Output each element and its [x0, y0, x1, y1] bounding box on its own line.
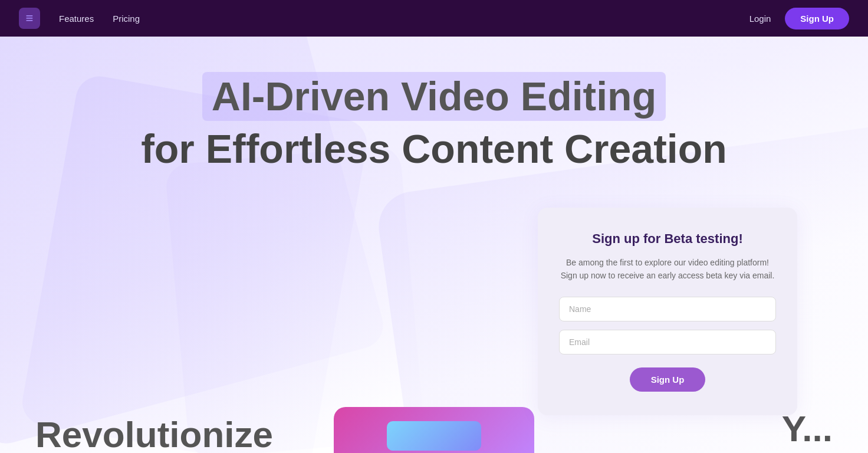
- bottom-preview: Revolutionize Y...: [0, 416, 868, 453]
- signup-card-description: Be among the first to explore our video …: [559, 256, 776, 283]
- email-input[interactable]: [559, 330, 776, 354]
- nav-features-link[interactable]: Features: [59, 14, 94, 24]
- signup-card-button[interactable]: Sign Up: [630, 367, 706, 392]
- hero-text-area: AI-Driven Video Editing for Effortless C…: [141, 72, 727, 172]
- hero-title-line2: for Effortless Content Creation: [141, 126, 727, 172]
- nav-links: Features Pricing: [59, 14, 140, 24]
- login-link[interactable]: Login: [749, 14, 771, 24]
- nav-signup-button[interactable]: Sign Up: [785, 8, 849, 29]
- hero-section: AI-Driven Video Editing for Effortless C…: [0, 37, 868, 453]
- signup-card: Sign up for Beta testing! Be among the f…: [538, 208, 797, 415]
- nav-pricing-link[interactable]: Pricing: [113, 14, 140, 24]
- name-input[interactable]: [559, 297, 776, 321]
- logo-icon: ≡: [26, 11, 34, 26]
- hero-title-line1: AI-Driven Video Editing: [212, 74, 656, 119]
- hero-title-highlight: AI-Driven Video Editing: [202, 72, 666, 121]
- navbar: ≡ Features Pricing Login Sign Up: [0, 0, 868, 37]
- bottom-card-inner: [387, 421, 481, 451]
- signup-card-title: Sign up for Beta testing!: [559, 231, 776, 247]
- bottom-text-right: Y...: [782, 411, 833, 447]
- bottom-text-left: Revolutionize: [35, 416, 273, 453]
- bottom-card-visual: [334, 407, 534, 453]
- logo[interactable]: ≡: [19, 8, 40, 29]
